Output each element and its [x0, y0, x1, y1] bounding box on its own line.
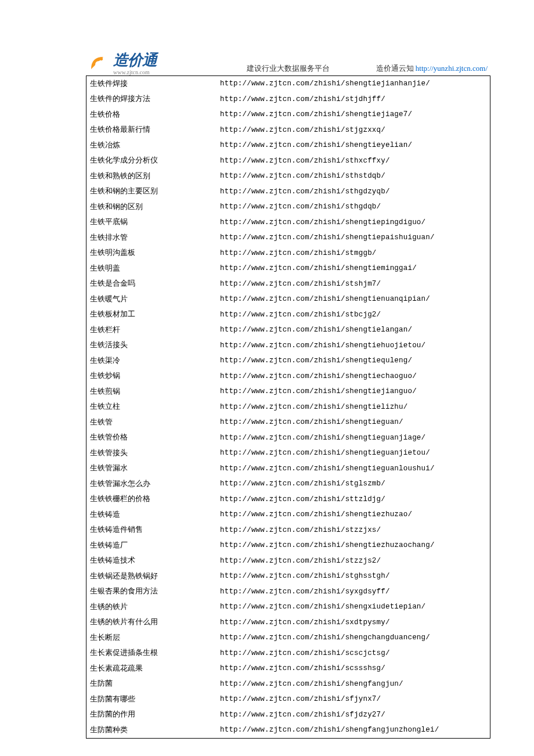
table-row: 生铁锅还是熟铁锅好http://www.zjtcn.com/zhishi/stg…: [86, 568, 490, 584]
entry-name: 生铁管漏水: [86, 463, 220, 473]
table-row: 生铁件的焊接方法http://www.zjtcn.com/zhishi/stjd…: [86, 92, 490, 107]
entry-url[interactable]: http://www.zjtcn.com/zhishi/shengtiezhuz…: [220, 510, 490, 519]
entry-name: 生锈的铁片: [86, 602, 220, 612]
entry-url[interactable]: http://www.zjtcn.com/zhishi/sthgdqb/: [220, 203, 490, 211]
table-row: 生铁活接头http://www.zjtcn.com/zhishi/shengti…: [86, 338, 490, 354]
table-row: 生铁价格http://www.zjtcn.com/zhishi/shengtie…: [86, 107, 490, 123]
table-row: 生铁和钢的主要区别http://www.zjtcn.com/zhishi/sth…: [86, 184, 490, 200]
entry-url[interactable]: http://www.zjtcn.com/zhishi/sthxcffxy/: [220, 157, 490, 165]
table-row: 生铁冶炼http://www.zjtcn.com/zhishi/shengtie…: [86, 138, 490, 153]
entry-url[interactable]: http://www.zjtcn.com/zhishi/shengtieguan…: [220, 418, 490, 426]
entry-url[interactable]: http://www.zjtcn.com/zhishi/sttzldjg/: [220, 495, 490, 503]
entry-url[interactable]: http://www.zjtcn.com/zhishi/stshjm7/: [220, 280, 490, 288]
table-row: 生铁和钢的区别http://www.zjtcn.com/zhishi/sthgd…: [86, 199, 490, 215]
entry-url[interactable]: http://www.zjtcn.com/zhishi/shengtiepais…: [220, 233, 490, 242]
table-row: 生铁铸造http://www.zjtcn.com/zhishi/shengtie…: [86, 507, 490, 523]
entry-url[interactable]: http://www.zjtcn.com/zhishi/sthgdzyqb/: [220, 188, 490, 196]
table-row: 生铁价格最新行情http://www.zjtcn.com/zhishi/stjg…: [86, 123, 490, 138]
entry-url[interactable]: http://www.zjtcn.com/zhishi/shengtieyeli…: [220, 141, 490, 149]
entry-url[interactable]: http://www.zjtcn.com/zhishi/shengtiechao…: [220, 372, 490, 380]
entry-url[interactable]: http://www.zjtcn.com/zhishi/shengtielang…: [220, 326, 490, 334]
entry-url[interactable]: http://www.zjtcn.com/zhishi/shengtielizh…: [220, 403, 490, 411]
entry-url[interactable]: http://www.zjtcn.com/zhishi/shengtiejian…: [220, 80, 490, 88]
entry-name: 生铁排水管: [86, 233, 220, 243]
entry-url[interactable]: http://www.zjtcn.com/zhishi/shengchangdu…: [220, 633, 490, 642]
data-table: 生铁件焊接http://www.zjtcn.com/zhishi/shengti…: [86, 75, 490, 739]
table-row: 生铁暖气片http://www.zjtcn.com/zhishi/shengti…: [86, 291, 490, 307]
entry-url[interactable]: http://www.zjtcn.com/zhishi/stjdhjff/: [220, 95, 490, 103]
entry-url[interactable]: http://www.zjtcn.com/zhishi/shengtiequle…: [220, 357, 490, 365]
entry-name: 生铁价格: [86, 110, 220, 120]
table-row: 生铁管漏水http://www.zjtcn.com/zhishi/shengti…: [86, 461, 490, 477]
entry-url[interactable]: http://www.zjtcn.com/zhishi/stmggb/: [220, 249, 490, 257]
entry-url[interactable]: http://www.zjtcn.com/zhishi/stzzjxs/: [220, 526, 490, 534]
entry-name: 生铁化学成分分析仪: [86, 156, 220, 165]
entry-url[interactable]: http://www.zjtcn.com/zhishi/shengtieping…: [220, 218, 490, 226]
entry-name: 生长素促进插条生根: [86, 648, 220, 658]
entry-url[interactable]: http://www.zjtcn.com/zhishi/scssshsg/: [220, 664, 490, 672]
entry-name: 生防菌有哪些: [86, 694, 220, 704]
table-row: 生铁件焊接http://www.zjtcn.com/zhishi/shengti…: [86, 76, 490, 92]
yunzhi-link[interactable]: http://yunzhi.zjtcn.com/: [416, 64, 488, 73]
entry-url[interactable]: http://www.zjtcn.com/zhishi/stzzjs2/: [220, 557, 490, 565]
entry-url[interactable]: http://www.zjtcn.com/zhishi/shengfangjun…: [220, 726, 490, 734]
entry-url[interactable]: http://www.zjtcn.com/zhishi/shengxiudeti…: [220, 603, 490, 611]
entry-url[interactable]: http://www.zjtcn.com/zhishi/sthstdqb/: [220, 172, 490, 180]
logo-text-block: 造价通 www.zjtcn.com: [113, 50, 157, 75]
page-header: 造价通 www.zjtcn.com 建设行业大数据服务平台 造价通云知 http…: [0, 0, 534, 75]
table-row: 生银杏果的食用方法http://www.zjtcn.com/zhishi/syx…: [86, 584, 490, 600]
entry-name: 生锈的铁片有什么用: [86, 617, 220, 627]
entry-url[interactable]: http://www.zjtcn.com/zhishi/shengtieming…: [220, 264, 490, 272]
entry-url[interactable]: http://www.zjtcn.com/zhishi/sxdtpysmy/: [220, 618, 490, 627]
entry-name: 生银杏果的食用方法: [86, 586, 220, 596]
table-row: 生铁炒锅http://www.zjtcn.com/zhishi/shengtie…: [86, 369, 490, 384]
entry-url[interactable]: http://www.zjtcn.com/zhishi/stglszmb/: [220, 480, 490, 488]
entry-name: 生铁板材加工: [86, 309, 220, 319]
entry-url[interactable]: http://www.zjtcn.com/zhishi/shengtieguan…: [220, 434, 490, 442]
entry-url[interactable]: http://www.zjtcn.com/zhishi/scscjctsg/: [220, 649, 490, 657]
table-row: 生防菌的作用http://www.zjtcn.com/zhishi/sfjdzy…: [86, 707, 490, 723]
yunzhi-block: 造价通云知 http://yunzhi.zjtcn.com/: [376, 63, 488, 74]
entry-name: 生铁价格最新行情: [86, 125, 220, 135]
entry-name: 生铁铸造: [86, 510, 220, 520]
entry-url[interactable]: http://www.zjtcn.com/zhishi/sfjynx7/: [220, 695, 490, 703]
header-right-text: 建设行业大数据服务平台 造价通云知 http://yunzhi.zjtcn.co…: [247, 63, 488, 75]
table-row: 生锈的铁片有什么用http://www.zjtcn.com/zhishi/sxd…: [86, 615, 490, 631]
entry-url[interactable]: http://www.zjtcn.com/zhishi/stjgzxxq/: [220, 126, 490, 134]
table-row: 生铁煎锅http://www.zjtcn.com/zhishi/shengtie…: [86, 384, 490, 399]
entry-url[interactable]: http://www.zjtcn.com/zhishi/shengtienuan…: [220, 295, 490, 303]
table-row: 生锈的铁片http://www.zjtcn.com/zhishi/shengxi…: [86, 599, 490, 615]
entry-name: 生铁平底锅: [86, 217, 220, 227]
entry-url[interactable]: http://www.zjtcn.com/zhishi/shengtiezhuz…: [220, 541, 490, 549]
entry-url[interactable]: http://www.zjtcn.com/zhishi/sfjdzy27/: [220, 711, 490, 719]
table-row: 生长素疏花疏果http://www.zjtcn.com/zhishi/scsss…: [86, 661, 490, 676]
table-row: 生铁铸造厂http://www.zjtcn.com/zhishi/shengti…: [86, 538, 490, 553]
entry-url[interactable]: http://www.zjtcn.com/zhishi/shengtiehuoj…: [220, 341, 490, 350]
table-row: 生铁栏杆http://www.zjtcn.com/zhishi/shengtie…: [86, 322, 490, 338]
entry-name: 生铁立柱: [86, 402, 220, 412]
entry-name: 生铁暖气片: [86, 294, 220, 304]
table-row: 生铁排水管http://www.zjtcn.com/zhishi/shengti…: [86, 230, 490, 246]
logo-chinese: 造价通: [113, 50, 157, 70]
table-row: 生铁板材加工http://www.zjtcn.com/zhishi/stbcjg…: [86, 307, 490, 323]
table-row: 生铁渠冷http://www.zjtcn.com/zhishi/shengtie…: [86, 353, 490, 369]
entry-name: 生铁管漏水怎么办: [86, 479, 220, 489]
table-row: 生防菌有哪些http://www.zjtcn.com/zhishi/sfjynx…: [86, 692, 490, 707]
entry-name: 生防菌种类: [86, 725, 220, 735]
entry-url[interactable]: http://www.zjtcn.com/zhishi/stghsstgh/: [220, 572, 490, 580]
entry-name: 生铁和钢的主要区别: [86, 186, 220, 196]
entry-url[interactable]: http://www.zjtcn.com/zhishi/shengtieguan…: [220, 465, 490, 473]
entry-name: 生铁件的焊接方法: [86, 94, 220, 104]
entry-url[interactable]: http://www.zjtcn.com/zhishi/shengtieguan…: [220, 449, 490, 457]
entry-url[interactable]: http://www.zjtcn.com/zhishi/stbcjg2/: [220, 311, 490, 319]
entry-name: 生铁管接头: [86, 448, 220, 458]
table-row: 生铁和熟铁的区别http://www.zjtcn.com/zhishi/sths…: [86, 168, 490, 184]
entry-url[interactable]: http://www.zjtcn.com/zhishi/shengfangjun…: [220, 680, 490, 688]
entry-name: 生铁明沟盖板: [86, 248, 220, 258]
table-row: 生铁管接头http://www.zjtcn.com/zhishi/shengti…: [86, 445, 490, 461]
table-row: 生铁明盖http://www.zjtcn.com/zhishi/shengtie…: [86, 261, 490, 276]
entry-url[interactable]: http://www.zjtcn.com/zhishi/syxgdsyff/: [220, 588, 490, 596]
entry-name: 生铁和熟铁的区别: [86, 171, 220, 181]
entry-url[interactable]: http://www.zjtcn.com/zhishi/shengtiejian…: [220, 387, 490, 395]
entry-url[interactable]: http://www.zjtcn.com/zhishi/shengtiejiag…: [220, 110, 490, 118]
